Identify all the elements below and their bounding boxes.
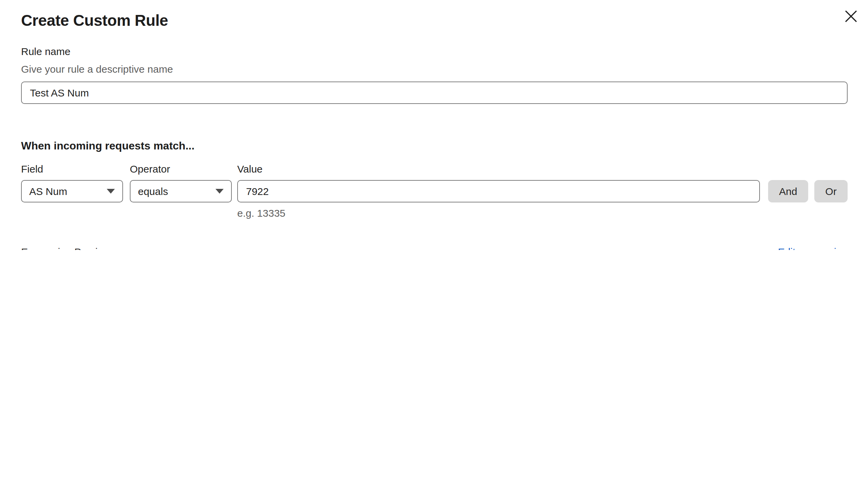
value-column: e.g. 13335	[237, 180, 760, 220]
field-label: Field	[21, 162, 123, 176]
field-select[interactable]: AS Num	[21, 180, 123, 203]
chevron-down-icon	[107, 189, 115, 194]
value-hint: e.g. 13335	[237, 206, 760, 220]
match-labels-row: Field Operator Value	[21, 162, 848, 176]
edit-expression-link[interactable]: Edit expression	[778, 245, 848, 250]
chevron-down-icon	[215, 189, 224, 194]
expression-row: Expression Preview Edit expression	[21, 245, 848, 250]
operator-select[interactable]: equals	[130, 180, 232, 203]
and-button[interactable]: And	[768, 180, 808, 203]
operator-select-value: equals	[138, 185, 168, 197]
rule-name-input[interactable]	[21, 81, 848, 104]
close-icon	[843, 8, 859, 24]
value-label: Value	[237, 162, 848, 176]
rule-name-label: Rule name	[21, 45, 848, 58]
match-section-heading: When incoming requests match...	[21, 139, 848, 153]
value-input[interactable]	[237, 180, 760, 203]
modal-body: Create Custom Rule Rule name Give your r…	[0, 0, 868, 250]
dialog-title: Create Custom Rule	[21, 11, 848, 30]
create-custom-rule-dialog: Create Custom Rule Rule name Give your r…	[0, 0, 868, 250]
close-button[interactable]	[843, 8, 859, 24]
field-select-value: AS Num	[29, 185, 67, 197]
expression-preview-label: Expression Preview	[21, 245, 111, 250]
rule-name-description: Give your rule a descriptive name	[21, 62, 848, 76]
operator-label: Operator	[130, 162, 232, 176]
or-button[interactable]: Or	[814, 180, 848, 203]
match-controls-row: AS Num equals e.g. 13335 And Or	[21, 180, 848, 220]
